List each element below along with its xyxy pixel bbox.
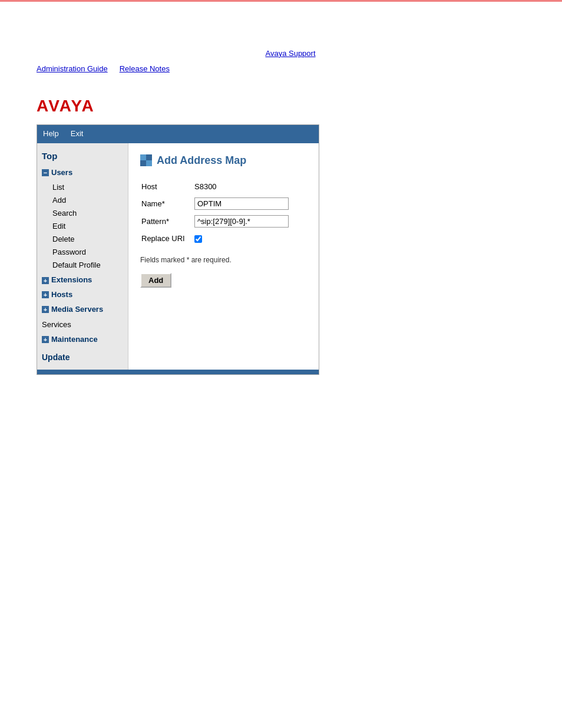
sidebar-section-hosts: + Hosts xyxy=(42,289,123,301)
sidebar-item-services[interactable]: Services xyxy=(42,318,123,331)
exit-menu[interactable]: Exit xyxy=(71,128,84,140)
replace-uri-checkbox[interactable] xyxy=(194,235,202,243)
sidebar-item-users[interactable]: − Users xyxy=(42,167,123,179)
left-margin xyxy=(0,1,19,387)
sidebar-section-extensions: + Extensions xyxy=(42,274,123,286)
sidebar-item-hosts[interactable]: + Hosts xyxy=(42,289,123,301)
users-label: Users xyxy=(51,167,72,179)
users-submenu: List Add Search Edit Delete Password Def… xyxy=(42,181,123,272)
name-input-cell xyxy=(193,195,307,213)
app-footer xyxy=(37,370,319,374)
app-body: Top − Users List Add Search xyxy=(37,143,319,370)
intro-text2 xyxy=(37,31,544,43)
sidebar-top[interactable]: Top xyxy=(42,149,123,163)
replace-uri-row: Replace URI xyxy=(140,230,307,248)
sidebar-item-list[interactable]: List xyxy=(52,181,123,194)
help-menu[interactable]: Help xyxy=(43,128,59,140)
name-row: Name* xyxy=(140,195,307,213)
maintenance-label: Maintenance xyxy=(51,334,98,346)
avaya-support-link[interactable]: Avaya Support xyxy=(265,49,315,58)
sidebar-item-password[interactable]: Password xyxy=(52,246,123,259)
sidebar-section-users: − Users List Add Search Edit Delete Pass xyxy=(42,167,123,272)
sidebar-item-update[interactable]: Update xyxy=(42,351,123,364)
host-row: Host S8300 xyxy=(140,179,307,196)
users-collapse-icon: − xyxy=(42,169,49,176)
app-container: Help Exit Top − Users xyxy=(37,124,319,375)
hosts-label: Hosts xyxy=(51,289,72,301)
required-note: Fields marked * are required. xyxy=(140,255,307,266)
main-form-area: Add Address Map Host S8300 Name* xyxy=(128,143,319,370)
sidebar-item-add[interactable]: Add xyxy=(52,194,123,207)
sidebar-item-media-servers[interactable]: + Media Servers xyxy=(42,304,123,316)
sidebar-item-delete[interactable]: Delete xyxy=(52,233,123,246)
sidebar-section-services: Services xyxy=(42,318,123,331)
main-content-area: Avaya Support Administration Guide Relea… xyxy=(19,1,562,387)
pattern-label: Pattern* xyxy=(140,213,193,230)
pattern-input[interactable] xyxy=(194,215,289,228)
menu-bar: Help Exit xyxy=(37,125,319,143)
form-title-row: Add Address Map xyxy=(140,152,307,169)
maintenance-expand-icon: + xyxy=(42,336,49,343)
doc-links-row: Administration Guide Release Notes xyxy=(37,63,544,75)
form-title-icon xyxy=(140,154,152,166)
form-page-title: Add Address Map xyxy=(157,152,246,169)
sidebar-item-search[interactable]: Search xyxy=(52,207,123,220)
support-link-row: Avaya Support xyxy=(37,48,544,60)
sidebar-item-edit[interactable]: Edit xyxy=(52,220,123,233)
avaya-logo: AVAYA xyxy=(37,93,544,120)
admin-guide-link[interactable]: Administration Guide xyxy=(37,63,108,75)
add-button[interactable]: Add xyxy=(140,273,171,288)
pattern-row: Pattern* xyxy=(140,213,307,230)
hosts-expand-icon: + xyxy=(42,291,49,298)
sidebar-section-maintenance: + Maintenance xyxy=(42,334,123,346)
replace-uri-checkbox-cell xyxy=(193,230,307,248)
name-label: Name* xyxy=(140,195,193,213)
page-content: Avaya Support Administration Guide Relea… xyxy=(37,14,544,375)
media-servers-label: Media Servers xyxy=(51,304,103,316)
release-notes-link[interactable]: Release Notes xyxy=(120,63,170,75)
extensions-expand-icon: + xyxy=(42,277,49,284)
intro-text xyxy=(37,14,544,26)
sidebar-item-maintenance[interactable]: + Maintenance xyxy=(42,334,123,346)
sidebar-section-media-servers: + Media Servers xyxy=(42,304,123,316)
sidebar: Top − Users List Add Search xyxy=(37,143,128,370)
replace-uri-label: Replace URI xyxy=(140,230,193,248)
media-servers-expand-icon: + xyxy=(42,306,49,313)
pattern-input-cell xyxy=(193,213,307,230)
extensions-label: Extensions xyxy=(51,274,92,286)
host-label: Host xyxy=(140,179,193,196)
sidebar-item-default-profile[interactable]: Default Profile xyxy=(52,259,123,272)
host-value: S8300 xyxy=(193,179,307,196)
form-fields: Host S8300 Name* Pa xyxy=(140,179,307,248)
sidebar-item-extensions[interactable]: + Extensions xyxy=(42,274,123,286)
name-input[interactable] xyxy=(194,197,289,210)
